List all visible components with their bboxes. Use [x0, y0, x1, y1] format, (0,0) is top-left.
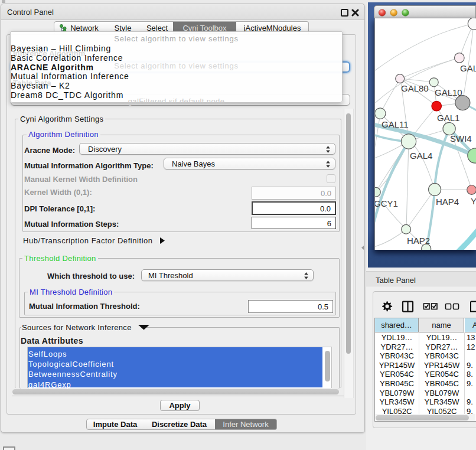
- svg-text:HAP4: HAP4: [436, 197, 459, 207]
- svg-text:HAP2: HAP2: [407, 236, 430, 246]
- svg-text:GAL11: GAL11: [382, 119, 409, 129]
- svg-text:SWI4: SWI4: [450, 133, 472, 144]
- svg-text:GAL7: GAL7: [460, 63, 476, 73]
- svg-text:GCY1: GCY1: [375, 198, 398, 208]
- svg-text:GAL1: GAL1: [437, 113, 459, 123]
- svg-text:GAL4: GAL4: [410, 151, 432, 161]
- svg-text:Y: Y: [471, 196, 476, 206]
- svg-text:GAL80: GAL80: [401, 83, 429, 93]
- svg-text:GAL10: GAL10: [435, 87, 462, 97]
